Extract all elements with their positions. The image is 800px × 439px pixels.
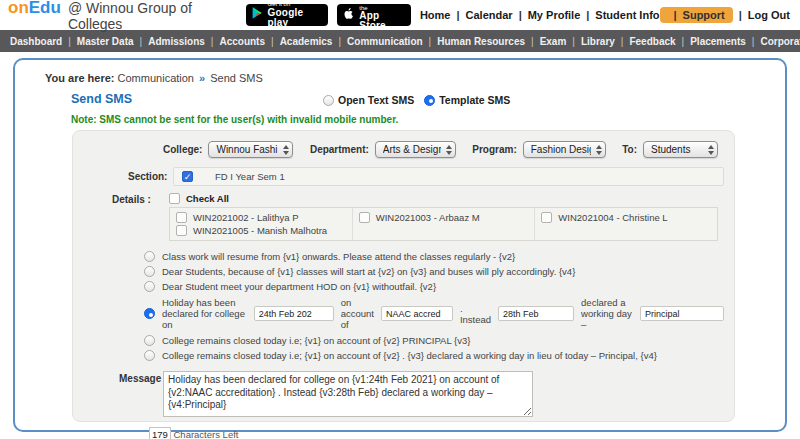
select-stepper-icon [446,145,452,155]
template-var1-input[interactable] [254,306,334,321]
check-all-line: Check All [169,193,718,204]
nav-admissions[interactable]: Admissions [134,36,205,47]
template-sms-radio[interactable] [424,95,435,106]
college-value: Winnou Fashi [216,144,278,155]
check-all-label: Check All [186,193,229,204]
template-radio[interactable] [144,281,155,292]
template-text: College remains closed today i.e; {v1} o… [162,335,470,346]
template-sms-label: Template SMS [439,94,510,106]
header-link-my-profile[interactable]: My Profile [513,9,581,21]
breadcrumb: You are here: Communication » Send SMS [31,68,769,86]
header-link-support[interactable]: Support [660,7,733,23]
students-col-1: WIN2021002 - Lalithya P WIN2021005 - Man… [170,208,353,240]
template-radio[interactable] [144,266,155,277]
header-link-log-out[interactable]: Log Out [733,9,790,21]
breadcrumb-separator: » [199,72,205,84]
student-checkbox[interactable] [359,212,370,223]
college-label: College: [163,144,202,155]
chars-count-box: 179 [149,427,171,439]
breadcrumb-communication[interactable]: Communication [118,72,194,84]
header-link-home[interactable]: Home [420,9,451,21]
details-label: Details : [112,193,169,241]
to-value: Students [651,144,703,155]
college-select[interactable]: Winnou Fashi [208,141,293,158]
logo-on: on [8,0,29,18]
google-play-badge[interactable]: Get it on Google play [246,4,329,26]
nav-academics[interactable]: Academics [265,36,332,47]
sms-mode-radios: Open Text SMS Template SMS [323,94,510,106]
open-text-sms-label: Open Text SMS [338,94,414,106]
student-item: WIN2021003 - Arbaaz M [359,212,529,223]
section-value: FD I Year Sem 1 [215,171,285,182]
template-var3-input[interactable] [498,306,574,321]
template-radio[interactable] [144,350,155,361]
nav-placements[interactable]: Placements [676,36,746,47]
student-checkbox[interactable] [541,212,552,223]
template-sms-option[interactable]: Template SMS [424,94,510,106]
details-body: Check All WIN2021002 - Lalithya P [169,193,718,241]
details-row: Details : Check All WIN2021002 - Lalithy… [112,193,724,241]
header-link-student-info[interactable]: Student Info [580,9,659,21]
student-item: WIN2021004 - Christine L [541,212,711,223]
program-select[interactable]: Fashion Desig [523,141,606,158]
nav-human-resources[interactable]: Human Resources [423,36,525,47]
template-seg1: Holiday has been declared for college on [162,297,247,330]
template-radio[interactable] [144,251,155,262]
nav-library[interactable]: Library [566,36,615,47]
breadcrumb-prefix: You are here: [45,72,115,84]
department-label: Department: [310,144,369,155]
open-text-sms-radio[interactable] [323,95,334,106]
screen: onEdu @ Winnou Group of Colleges Get it … [0,0,800,432]
app-logo[interactable]: onEdu @ Winnou Group of Colleges [8,0,246,32]
students-box: WIN2021002 - Lalithya P WIN2021005 - Man… [169,207,718,241]
nav-exam[interactable]: Exam [525,36,566,47]
nav-feedback[interactable]: Feedback [615,36,676,47]
app-store-line2: App Store [359,11,404,32]
student-name: WIN2021004 - Christine L [558,212,667,223]
google-play-icon [251,6,264,24]
student-checkbox[interactable] [176,212,187,223]
student-name: WIN2021002 - Lalithya P [193,212,299,223]
nav-master-data[interactable]: Master Data [62,36,133,47]
open-text-sms-option[interactable]: Open Text SMS [323,94,414,106]
section-checkbox[interactable] [182,171,193,182]
template-option: Dear Student meet your department HOD on… [144,279,724,294]
template-var2-input[interactable] [381,306,453,321]
to-label: To: [622,144,637,155]
department-value: Arts & Desigr [383,144,441,155]
app-store-badge[interactable]: Download on the App Store [337,4,411,26]
org-name: @ Winnou Group of Colleges [68,0,246,32]
template-radio-selected[interactable] [144,308,155,319]
template-text: Dear Student meet your department HOD on… [162,281,436,292]
message-textarea[interactable]: Holiday has been declared for college on… [163,371,533,417]
template-var4-input[interactable] [640,306,724,321]
template-option: Class work will resume from {v1} onwards… [144,249,724,264]
template-text: Dear Students, because of {v1} classes w… [162,266,575,277]
check-all-checkbox[interactable] [169,193,180,204]
invalid-mobile-note: Note: SMS cannot be sent for the user(s)… [71,114,769,125]
select-stepper-icon [596,145,602,155]
app-header: onEdu @ Winnou Group of Colleges Get it … [0,0,800,30]
to-select[interactable]: Students [643,141,718,158]
student-checkbox[interactable] [176,225,187,236]
sms-form-panel: College: Winnou Fashi Department: Arts &… [72,130,735,422]
student-item: WIN2021002 - Lalithya P [176,212,346,223]
template-seg2: on account of [341,297,374,330]
template-radio[interactable] [144,335,155,346]
header-link-calendar[interactable]: Calendar [450,9,512,21]
template-seg3: . Instead [460,303,491,325]
program-label: Program: [472,144,516,155]
nav-corporate-relations[interactable]: Corporate Relations [746,36,800,47]
chars-label2: Left [223,429,239,439]
main-nav: Dashboard Master Data Admissions Account… [0,30,800,52]
template-option: College remains closed today i.e; {v1} o… [144,348,724,363]
template-text: Class work will resume from {v1} onwards… [162,251,515,262]
select-stepper-icon [283,145,289,155]
student-item: WIN2021005 - Manish Malhotra [176,225,346,236]
nav-accounts[interactable]: Accounts [205,36,265,47]
nav-communication[interactable]: Communication [332,36,422,47]
section-row: Section: FD I Year Sem 1 [128,167,724,186]
nav-dashboard[interactable]: Dashboard [10,36,62,47]
students-col-3: WIN2021004 - Christine L [535,208,717,240]
department-select[interactable]: Arts & Desigr [375,141,456,158]
